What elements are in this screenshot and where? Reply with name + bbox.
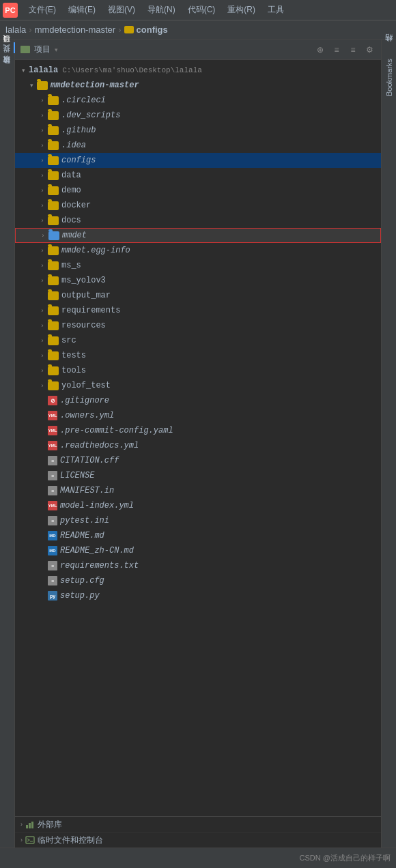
panel-title: 项目 [34, 44, 51, 55]
tree-item-docs[interactable]: › docs [15, 213, 381, 228]
toolbar-btn-add[interactable]: ⊕ [314, 44, 326, 56]
tree-item-model-index[interactable]: YML model-index.yml [15, 498, 381, 513]
arrow-mmdet-egg[interactable]: › [37, 247, 48, 254]
breadcrumb-configs[interactable]: configs [124, 25, 168, 35]
tree-item-manifest[interactable]: ≡ MANIFEST.in [15, 483, 381, 498]
tree-item-ms-yolov3[interactable]: › ms_yolov3 [15, 273, 381, 288]
arrow-devscripts[interactable]: › [37, 112, 48, 119]
arrow-demo[interactable]: › [37, 187, 48, 194]
tree-item-requirements[interactable]: › requirements [15, 303, 381, 318]
tree-label-precommit: .pre-commit-config.yaml [60, 426, 173, 435]
tree-item-license[interactable]: ≡ LICENSE [15, 468, 381, 483]
bottom-panel-external-lib[interactable]: › 外部库 [15, 817, 381, 833]
tree-item-src[interactable]: › src [15, 333, 381, 348]
tree-label-idea: .idea [61, 141, 86, 150]
expand-arrow-temp[interactable]: › [20, 837, 23, 843]
tree-item-setup-py[interactable]: py setup.py [15, 588, 381, 603]
breadcrumb-lalala[interactable]: lalala [5, 25, 26, 35]
toolbar-btn-list1[interactable]: ≡ [330, 44, 343, 56]
menu-navigate[interactable]: 导航(N) [142, 3, 181, 17]
tree-item-yolof-test[interactable]: › yolof_test [15, 378, 381, 393]
tree-item-tools[interactable]: › tools [15, 363, 381, 378]
panel-dropdown-arrow[interactable]: ▾ [55, 46, 58, 53]
tree-label-github: .github [61, 126, 96, 135]
arrow-ms-s[interactable]: › [37, 262, 48, 269]
tree-item-mmdet-egg[interactable]: › mmdet.egg-info [15, 243, 381, 258]
panel-toolbar: 项目 ▾ ⊕ ≡ ≡ ⚙ [15, 40, 381, 60]
tree-item-devscripts[interactable]: › .dev_scripts [15, 108, 381, 123]
menu-view[interactable]: 视图(V) [102, 3, 141, 17]
tree-item-owners-yml[interactable]: YML .owners.yml [15, 408, 381, 423]
tree-item-readme-zh[interactable]: MD README_zh-CN.md [15, 543, 381, 558]
tree-item-citation[interactable]: ≡ CITATION.cff [15, 453, 381, 468]
arrow-mmdetection[interactable]: ▾ [26, 82, 37, 89]
sidebar-tab-project[interactable]: 项目 [0, 42, 15, 53]
tree-item-github[interactable]: › .github [15, 123, 381, 138]
arrow-docker[interactable]: › [37, 202, 48, 209]
arrow-requirements[interactable]: › [37, 307, 48, 314]
tree-label-requirements: requirements [61, 306, 120, 315]
arrow-tools[interactable]: › [37, 367, 48, 374]
tree-item-readthedocs[interactable]: YML .readthedocs.yml [15, 438, 381, 453]
breadcrumb-mmdetection[interactable]: mmdetection-master [35, 25, 115, 35]
tree-item-docker[interactable]: › docker [15, 198, 381, 213]
bottom-panel-temp-files[interactable]: › 临时文件和控制台 [15, 833, 381, 848]
arrow-root[interactable]: ▾ [18, 67, 29, 74]
tree-item-configs[interactable]: › configs [15, 153, 381, 168]
toolbar-btn-list2[interactable]: ≡ [347, 44, 359, 56]
menu-edit[interactable]: 编辑(E) [63, 3, 101, 17]
tree-label-setup-cfg: setup.cfg [60, 576, 104, 585]
tree-item-mmdetection[interactable]: ▾ mmdetection-master [15, 78, 381, 93]
tree-item-data[interactable]: › data [15, 168, 381, 183]
tree-item-ms-s[interactable]: › ms_s [15, 258, 381, 273]
expand-arrow-external[interactable]: › [20, 821, 23, 828]
tree-item-setup-cfg[interactable]: ≡ setup.cfg [15, 573, 381, 588]
arrow-circleci[interactable]: › [37, 97, 48, 104]
folder-icon-circleci [48, 96, 59, 105]
file-icon-readthedocs: YML [48, 441, 57, 450]
tree-item-demo[interactable]: › demo [15, 183, 381, 198]
arrow-configs[interactable]: › [37, 157, 48, 164]
tree-label-data: data [61, 171, 81, 180]
arrow-yolof-test[interactable]: › [37, 382, 48, 389]
arrow-src[interactable]: › [37, 337, 48, 344]
sidebar-tab-pullrequest[interactable]: 拉取请求 [0, 64, 15, 75]
right-tab-structure[interactable]: 结构 [382, 42, 396, 53]
tree-item-requirements-txt[interactable]: ≡ requirements.txt [15, 558, 381, 573]
tree-label-requirements-txt: requirements.txt [60, 561, 139, 570]
tree-item-tests[interactable]: › tests [15, 348, 381, 363]
tree-item-resources[interactable]: › resources [15, 318, 381, 333]
folder-icon-mmdet-egg [48, 246, 59, 255]
arrow-docs[interactable]: › [37, 217, 48, 224]
tree-item-idea[interactable]: › .idea [15, 138, 381, 153]
arrow-resources[interactable]: › [37, 322, 48, 329]
tree-item-pytest[interactable]: ≡ pytest.ini [15, 513, 381, 528]
right-tab-bookmarks[interactable]: Bookmarks [383, 53, 395, 102]
arrow-mmdet[interactable]: › [38, 232, 48, 239]
folder-icon-docker [48, 201, 59, 210]
menu-code[interactable]: 代码(C) [182, 3, 221, 17]
menu-file[interactable]: 文件(E) [23, 3, 61, 17]
arrow-github[interactable]: › [37, 127, 48, 134]
folder-icon-resources [48, 321, 59, 330]
arrow-ms-yolov3[interactable]: › [37, 277, 48, 284]
toolbar-btn-settings[interactable]: ⚙ [363, 44, 376, 56]
tree-item-gitignore[interactable]: ⊘ .gitignore [15, 393, 381, 408]
tree-label-owners-yml: .owners.yml [60, 411, 114, 420]
arrow-tests[interactable]: › [37, 352, 48, 359]
arrow-idea[interactable]: › [37, 142, 48, 149]
arrow-data[interactable]: › [37, 172, 48, 179]
tree-item-mmdet[interactable]: › mmdet [15, 228, 381, 243]
folder-icon-requirements [48, 306, 59, 315]
breadcrumb-configs-label[interactable]: configs [137, 25, 168, 35]
menu-tools[interactable]: 工具 [262, 3, 289, 17]
bottom-status-bar: CSDN @活成自己的样子啊 [0, 848, 396, 868]
tree-item-precommit[interactable]: YML .pre-commit-config.yaml [15, 423, 381, 438]
tree-item-output-mar[interactable]: › output_mar [15, 288, 381, 303]
tree-item-circleci[interactable]: › .circleci [15, 93, 381, 108]
tree-item-root[interactable]: ▾ lalala C:\Users\ma'shuo\Desktop\lalala [15, 63, 381, 78]
menu-refactor[interactable]: 重构(R) [222, 3, 261, 17]
terminal-icon [25, 835, 35, 845]
sidebar-tab-commit[interactable]: 提交 [0, 53, 15, 64]
tree-item-readme[interactable]: MD README.md [15, 528, 381, 543]
